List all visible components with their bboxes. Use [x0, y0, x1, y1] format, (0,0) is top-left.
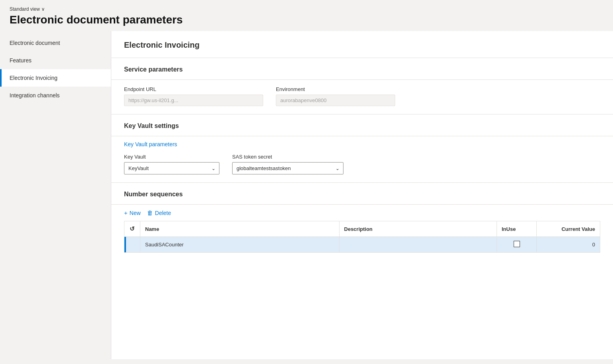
standard-view-chevron: ∨ — [41, 6, 45, 12]
page-header: Standard view ∨ Electronic document para… — [0, 0, 613, 31]
refresh-col-header[interactable]: ↺ — [124, 221, 140, 237]
row-name-cell: SaudiSACounter — [140, 237, 339, 253]
description-col-header: Description — [339, 221, 497, 237]
endpoint-url-group: Endpoint URL https://gw.us-il201.g... — [124, 86, 263, 106]
key-vault-parameters-link[interactable]: Key Vault parameters — [124, 141, 177, 147]
service-parameters-heading: Service parameters — [124, 66, 600, 73]
number-sequences-heading: Number sequences — [124, 191, 600, 198]
standard-view-label: Standard view — [10, 6, 40, 12]
refresh-icon[interactable]: ↺ — [130, 225, 135, 232]
inuse-checkbox[interactable] — [514, 241, 520, 247]
key-vault-dropdown-wrapper[interactable]: KeyVault ⌄ — [124, 162, 219, 174]
current-value-col-header: Current Value — [537, 221, 600, 237]
sas-token-dropdown-wrapper[interactable]: globalteamtestsastoken ⌄ — [232, 162, 343, 174]
new-label: New — [130, 210, 141, 216]
delete-button[interactable]: 🗑 Delete — [147, 209, 171, 216]
table-row[interactable]: SaudiSACounter 0 — [124, 237, 600, 253]
key-vault-group: Key Vault KeyVault ⌄ — [124, 154, 219, 174]
sidebar-item-features[interactable]: Features — [0, 52, 111, 69]
sidebar-item-electronic-document[interactable]: Electronic document — [0, 34, 111, 52]
key-vault-heading: Key Vault settings — [124, 122, 600, 130]
number-sequences-table: ↺ Name Description InUse Current Value S… — [124, 221, 600, 253]
new-plus-icon: + — [124, 209, 128, 216]
row-current-value-cell: 0 — [537, 237, 600, 253]
row-indicator-cell — [124, 237, 140, 253]
divider-3 — [111, 114, 613, 114]
inuse-col-header: InUse — [497, 221, 537, 237]
service-parameters-fields: Endpoint URL https://gw.us-il201.g... En… — [124, 86, 600, 106]
main-layout: Electronic documentFeaturesElectronic In… — [0, 31, 613, 359]
sas-token-group: SAS token secret globalteamtestsastoken … — [232, 154, 343, 174]
sidebar-item-electronic-invoicing[interactable]: Electronic Invoicing — [0, 69, 111, 87]
delete-trash-icon: 🗑 — [147, 209, 153, 216]
name-col-header: Name — [140, 221, 339, 237]
page-title: Electronic document parameters — [10, 14, 603, 26]
table-header-row: ↺ Name Description InUse Current Value — [124, 221, 600, 237]
sas-token-dropdown[interactable]: globalteamtestsastoken — [232, 162, 343, 174]
sas-token-label: SAS token secret — [232, 154, 343, 160]
content-area: Electronic Invoicing Service parameters … — [111, 31, 613, 359]
endpoint-url-label: Endpoint URL — [124, 86, 263, 92]
content-section-title: Electronic Invoicing — [124, 41, 600, 50]
divider-5 — [111, 182, 613, 183]
sidebar: Electronic documentFeaturesElectronic In… — [0, 31, 111, 359]
key-vault-label: Key Vault — [124, 154, 219, 160]
delete-label: Delete — [155, 210, 171, 216]
key-vault-fields: Key Vault KeyVault ⌄ SAS token secret gl… — [124, 154, 600, 174]
new-button[interactable]: + New — [124, 209, 141, 216]
endpoint-url-value: https://gw.us-il201.g... — [124, 95, 263, 106]
standard-view-selector[interactable]: Standard view ∨ — [10, 6, 603, 12]
row-inuse-cell[interactable] — [497, 237, 537, 253]
divider-1 — [111, 58, 613, 58]
row-description-cell — [339, 237, 497, 253]
environment-group: Environment aurorabapenve0800 — [276, 86, 395, 106]
key-vault-dropdown[interactable]: KeyVault — [124, 162, 219, 174]
environment-label: Environment — [276, 86, 395, 92]
sidebar-item-integration-channels[interactable]: Integration channels — [0, 87, 111, 104]
environment-value: aurorabapenve0800 — [276, 95, 395, 106]
number-sequences-toolbar: + New 🗑 Delete — [124, 209, 600, 216]
